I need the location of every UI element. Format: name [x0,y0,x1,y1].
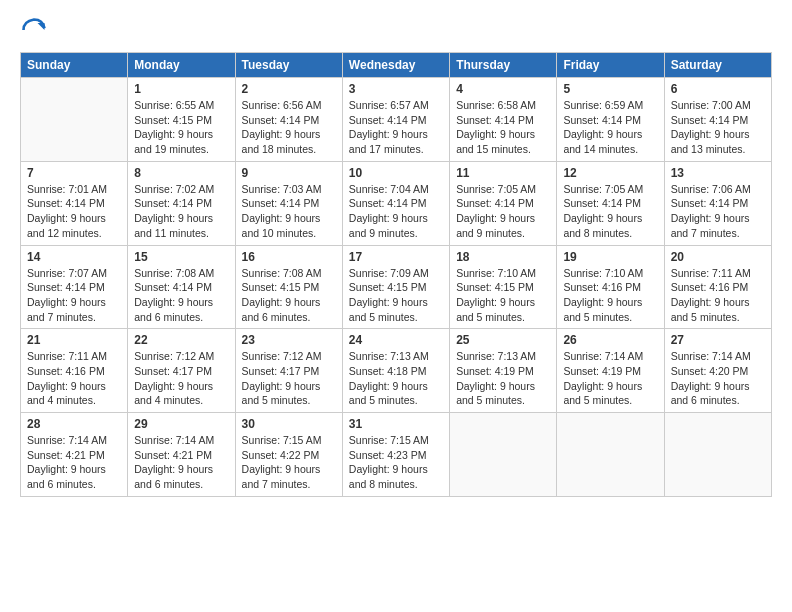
day-number: 26 [563,333,657,347]
sunrise-line: Sunrise: 7:08 AM [242,266,336,281]
sunset-line: Sunset: 4:14 PM [563,113,657,128]
sunset-line: Sunset: 4:14 PM [242,196,336,211]
day-number: 9 [242,166,336,180]
sunrise-line: Sunrise: 6:56 AM [242,98,336,113]
sunrise-line: Sunrise: 7:02 AM [134,182,228,197]
calendar-cell: 6Sunrise: 7:00 AMSunset: 4:14 PMDaylight… [664,78,771,162]
day-number: 18 [456,250,550,264]
day-number: 28 [27,417,121,431]
calendar-cell: 10Sunrise: 7:04 AMSunset: 4:14 PMDayligh… [342,161,449,245]
sunset-line: Sunset: 4:14 PM [134,196,228,211]
sunrise-line: Sunrise: 7:12 AM [242,349,336,364]
day-number: 25 [456,333,550,347]
sunrise-line: Sunrise: 6:59 AM [563,98,657,113]
calendar-cell [664,413,771,497]
calendar-cell: 29Sunrise: 7:14 AMSunset: 4:21 PMDayligh… [128,413,235,497]
sunset-line: Sunset: 4:14 PM [27,196,121,211]
daylight-line: Daylight: 9 hours and 4 minutes. [27,379,121,408]
calendar-cell: 19Sunrise: 7:10 AMSunset: 4:16 PMDayligh… [557,245,664,329]
sunset-line: Sunset: 4:14 PM [349,196,443,211]
calendar-cell: 28Sunrise: 7:14 AMSunset: 4:21 PMDayligh… [21,413,128,497]
calendar-cell [21,78,128,162]
daylight-line: Daylight: 9 hours and 11 minutes. [134,211,228,240]
calendar-cell: 4Sunrise: 6:58 AMSunset: 4:14 PMDaylight… [450,78,557,162]
day-number: 23 [242,333,336,347]
sunrise-line: Sunrise: 6:57 AM [349,98,443,113]
sunrise-line: Sunrise: 7:13 AM [349,349,443,364]
day-number: 13 [671,166,765,180]
logo-icon [20,16,48,44]
day-number: 24 [349,333,443,347]
sunset-line: Sunset: 4:19 PM [456,364,550,379]
daylight-line: Daylight: 9 hours and 5 minutes. [349,295,443,324]
calendar-cell: 23Sunrise: 7:12 AMSunset: 4:17 PMDayligh… [235,329,342,413]
calendar-table: SundayMondayTuesdayWednesdayThursdayFrid… [20,52,772,497]
calendar-cell: 9Sunrise: 7:03 AMSunset: 4:14 PMDaylight… [235,161,342,245]
sunrise-line: Sunrise: 7:11 AM [27,349,121,364]
calendar-cell: 8Sunrise: 7:02 AMSunset: 4:14 PMDaylight… [128,161,235,245]
calendar-cell: 12Sunrise: 7:05 AMSunset: 4:14 PMDayligh… [557,161,664,245]
sunset-line: Sunset: 4:20 PM [671,364,765,379]
sunrise-line: Sunrise: 7:13 AM [456,349,550,364]
daylight-line: Daylight: 9 hours and 7 minutes. [242,462,336,491]
sunrise-line: Sunrise: 7:07 AM [27,266,121,281]
calendar-cell: 21Sunrise: 7:11 AMSunset: 4:16 PMDayligh… [21,329,128,413]
daylight-line: Daylight: 9 hours and 5 minutes. [456,379,550,408]
day-number: 14 [27,250,121,264]
sunset-line: Sunset: 4:16 PM [563,280,657,295]
sunrise-line: Sunrise: 7:14 AM [134,433,228,448]
calendar-cell: 24Sunrise: 7:13 AMSunset: 4:18 PMDayligh… [342,329,449,413]
daylight-line: Daylight: 9 hours and 18 minutes. [242,127,336,156]
calendar-cell: 13Sunrise: 7:06 AMSunset: 4:14 PMDayligh… [664,161,771,245]
daylight-line: Daylight: 9 hours and 12 minutes. [27,211,121,240]
calendar-cell: 11Sunrise: 7:05 AMSunset: 4:14 PMDayligh… [450,161,557,245]
daylight-line: Daylight: 9 hours and 6 minutes. [242,295,336,324]
day-number: 6 [671,82,765,96]
calendar-cell: 3Sunrise: 6:57 AMSunset: 4:14 PMDaylight… [342,78,449,162]
weekday-header: Saturday [664,53,771,78]
calendar-cell: 2Sunrise: 6:56 AMSunset: 4:14 PMDaylight… [235,78,342,162]
sunrise-line: Sunrise: 7:08 AM [134,266,228,281]
day-number: 17 [349,250,443,264]
sunrise-line: Sunrise: 7:09 AM [349,266,443,281]
sunrise-line: Sunrise: 6:58 AM [456,98,550,113]
daylight-line: Daylight: 9 hours and 5 minutes. [456,295,550,324]
logo [20,16,52,44]
daylight-line: Daylight: 9 hours and 7 minutes. [27,295,121,324]
sunrise-line: Sunrise: 7:14 AM [27,433,121,448]
sunset-line: Sunset: 4:19 PM [563,364,657,379]
daylight-line: Daylight: 9 hours and 8 minutes. [349,462,443,491]
calendar-cell: 15Sunrise: 7:08 AMSunset: 4:14 PMDayligh… [128,245,235,329]
weekday-header: Monday [128,53,235,78]
sunset-line: Sunset: 4:15 PM [349,280,443,295]
day-number: 15 [134,250,228,264]
daylight-line: Daylight: 9 hours and 13 minutes. [671,127,765,156]
daylight-line: Daylight: 9 hours and 5 minutes. [242,379,336,408]
day-number: 22 [134,333,228,347]
sunset-line: Sunset: 4:14 PM [242,113,336,128]
daylight-line: Daylight: 9 hours and 6 minutes. [134,295,228,324]
day-number: 4 [456,82,550,96]
sunrise-line: Sunrise: 7:03 AM [242,182,336,197]
sunrise-line: Sunrise: 7:01 AM [27,182,121,197]
sunset-line: Sunset: 4:14 PM [671,113,765,128]
sunrise-line: Sunrise: 7:11 AM [671,266,765,281]
weekday-header: Tuesday [235,53,342,78]
sunset-line: Sunset: 4:14 PM [456,196,550,211]
sunset-line: Sunset: 4:14 PM [134,280,228,295]
sunset-line: Sunset: 4:14 PM [27,280,121,295]
day-number: 7 [27,166,121,180]
sunset-line: Sunset: 4:14 PM [456,113,550,128]
sunset-line: Sunset: 4:23 PM [349,448,443,463]
daylight-line: Daylight: 9 hours and 17 minutes. [349,127,443,156]
sunrise-line: Sunrise: 7:14 AM [563,349,657,364]
calendar-cell [557,413,664,497]
sunset-line: Sunset: 4:17 PM [242,364,336,379]
daylight-line: Daylight: 9 hours and 5 minutes. [563,379,657,408]
sunset-line: Sunset: 4:16 PM [27,364,121,379]
page-header [20,16,772,44]
sunset-line: Sunset: 4:14 PM [349,113,443,128]
daylight-line: Daylight: 9 hours and 8 minutes. [563,211,657,240]
sunset-line: Sunset: 4:15 PM [242,280,336,295]
day-number: 12 [563,166,657,180]
